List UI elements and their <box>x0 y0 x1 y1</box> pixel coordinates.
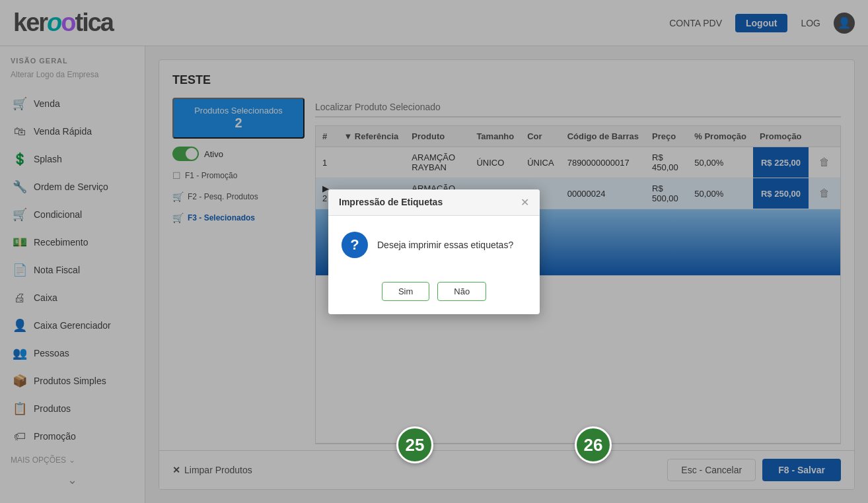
sim-button[interactable]: Sim <box>382 282 429 301</box>
modal-overlay: Impressão de Etiquetas ✕ ? Deseja imprim… <box>0 0 868 503</box>
modal-footer: Sim Não <box>328 274 540 314</box>
step-26-circle: 26 <box>575 426 612 463</box>
modal-title: Impressão de Etiquetas <box>339 197 443 207</box>
modal-question-text: Deseja imprimir essas etiquetas? <box>377 240 513 250</box>
modal-header: Impressão de Etiquetas ✕ <box>328 189 540 216</box>
step-25-circle: 25 <box>396 426 433 463</box>
nao-button[interactable]: Não <box>437 282 486 301</box>
modal-close-button[interactable]: ✕ <box>521 196 529 209</box>
modal-body: ? Deseja imprimir essas etiquetas? <box>328 216 540 274</box>
modal-dialog: Impressão de Etiquetas ✕ ? Deseja imprim… <box>328 189 540 314</box>
question-icon: ? <box>342 232 368 258</box>
